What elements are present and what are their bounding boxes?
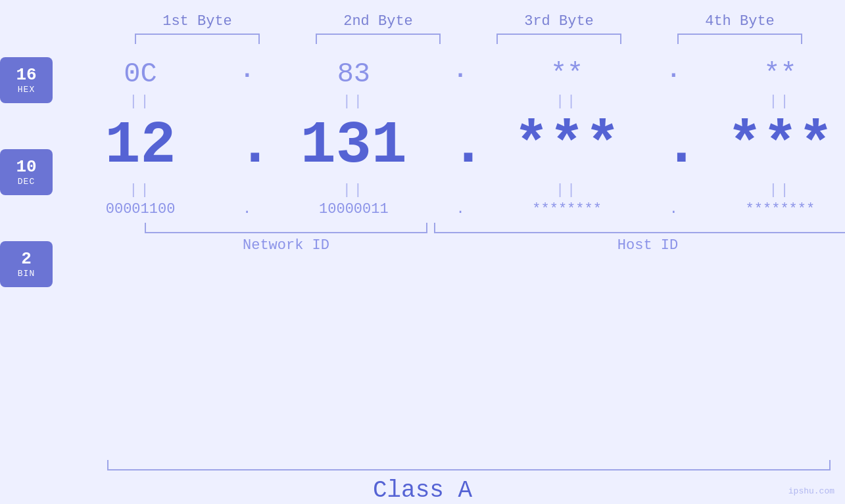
- eq1: ||: [75, 93, 206, 110]
- byte1-header: 1st Byte: [132, 13, 263, 30]
- bin-b1: 00001100: [75, 201, 206, 218]
- hex-dot1: .: [237, 57, 257, 91]
- dec-row: 12 . 131 . *** . ***: [53, 112, 845, 179]
- eq-row-2: || || || ||: [53, 182, 845, 198]
- dec-b2: 131: [288, 112, 420, 179]
- hex-val-b2: 83: [337, 58, 370, 90]
- class-label: Class A: [0, 477, 845, 504]
- hex-badge: 16 HEX: [0, 57, 53, 103]
- dec-b4: ***: [714, 112, 845, 179]
- dec-dot2: .: [450, 116, 470, 175]
- host-id-label: Host ID: [427, 237, 845, 254]
- bin-dot3: .: [664, 201, 683, 218]
- dec-badge: 10 DEC: [0, 149, 53, 195]
- data-grid: 0C . 83 . ** . ** || ||: [53, 51, 845, 254]
- byte-headers: 1st Byte 2nd Byte 3rd Byte 4th Byte: [107, 13, 831, 30]
- byte3-header: 3rd Byte: [493, 13, 625, 30]
- eq8: ||: [714, 182, 845, 198]
- top-brackets: [107, 34, 831, 44]
- hex-dot2: .: [450, 57, 470, 91]
- dec-val-b1: 12: [105, 112, 176, 179]
- bracket3: [496, 34, 621, 44]
- hex-badge-label: HEX: [18, 85, 35, 95]
- byte2-header: 2nd Byte: [312, 13, 444, 30]
- dec-b3: ***: [501, 112, 633, 179]
- outer-bracket: [107, 460, 831, 470]
- bin-b4: ********: [714, 201, 845, 218]
- hex-val-b4: **: [763, 58, 796, 90]
- bin-b2: 10000011: [288, 201, 420, 218]
- bin-val-b2: 10000011: [319, 201, 389, 218]
- bin-b3: ********: [501, 201, 633, 218]
- dec-badge-num: 10: [16, 158, 36, 177]
- hex-row: 0C . 83 . ** . **: [53, 57, 845, 91]
- bottom-brackets: Network ID Host ID: [145, 223, 845, 254]
- bin-badge: 2 BIN: [0, 241, 53, 287]
- bin-dot1: .: [237, 201, 257, 218]
- hex-b4: **: [714, 58, 845, 90]
- hex-b3: **: [501, 58, 633, 90]
- eq4: ||: [714, 93, 845, 110]
- dec-val-b2: 131: [301, 112, 407, 179]
- eq5: ||: [75, 182, 206, 198]
- network-id-label: Network ID: [145, 237, 427, 254]
- content-area: 16 HEX 10 DEC 2 BIN 0C . 83: [0, 51, 845, 449]
- bin-dot2: .: [450, 201, 470, 218]
- bottom-labels: Network ID Host ID: [145, 237, 845, 254]
- host-bracket: [434, 223, 845, 233]
- hex-val-b3: **: [550, 58, 583, 90]
- hex-b2: 83: [288, 58, 420, 90]
- bin-badge-label: BIN: [18, 269, 35, 279]
- eq6: ||: [288, 182, 420, 198]
- bracket4: [677, 34, 802, 44]
- bottom-bracket-row: [145, 223, 845, 233]
- bin-badge-num: 2: [21, 250, 32, 269]
- hex-badge-num: 16: [16, 66, 36, 85]
- bracket2: [316, 34, 441, 44]
- bracket1: [135, 34, 260, 44]
- bin-val-b1: 00001100: [106, 201, 176, 218]
- eq3: ||: [501, 93, 633, 110]
- dec-badge-label: DEC: [18, 177, 35, 187]
- main-container: 1st Byte 2nd Byte 3rd Byte 4th Byte 16 H…: [0, 0, 845, 504]
- eq2: ||: [288, 93, 420, 110]
- hex-val-b1: 0C: [124, 58, 157, 90]
- dec-val-b3: ***: [514, 112, 620, 179]
- dec-dot1: .: [237, 116, 257, 175]
- bin-row: 00001100 . 10000011 . ******** . *******…: [53, 201, 845, 218]
- bin-val-b4: ********: [746, 201, 815, 218]
- dec-dot3: .: [664, 116, 683, 175]
- network-bracket: [145, 223, 427, 233]
- hex-dot3: .: [664, 57, 683, 91]
- hex-b1: 0C: [75, 58, 206, 90]
- byte4-header: 4th Byte: [674, 13, 806, 30]
- watermark: ipshu.com: [788, 486, 834, 496]
- bin-val-b3: ********: [532, 201, 602, 218]
- badges-column: 16 HEX 10 DEC 2 BIN: [0, 51, 53, 333]
- dec-val-b4: ***: [727, 112, 833, 179]
- dec-b1: 12: [75, 112, 206, 179]
- eq-row-1: || || || ||: [53, 93, 845, 110]
- eq7: ||: [501, 182, 633, 198]
